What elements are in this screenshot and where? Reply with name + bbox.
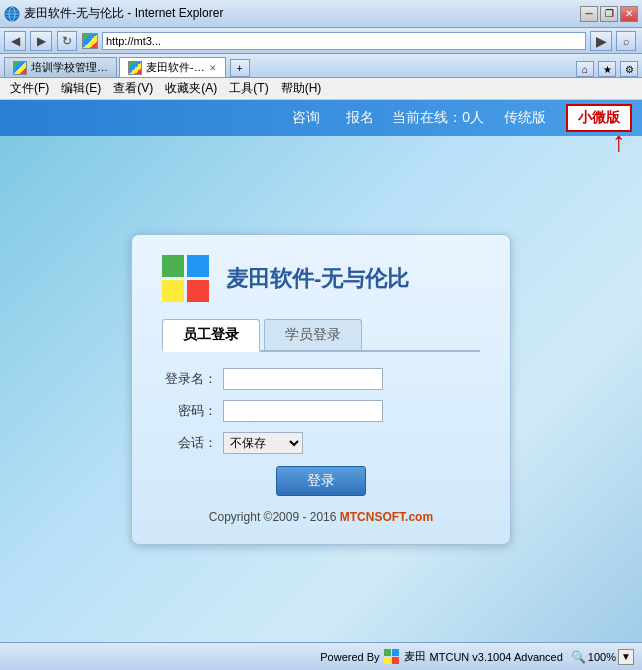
powered-by-text: Powered By: [320, 651, 379, 663]
nav-register[interactable]: 报名: [338, 105, 382, 131]
red-arrow-icon: ↑: [612, 128, 626, 156]
login-header: 麦田软件-无与伦比: [162, 255, 480, 303]
back-button[interactable]: ◀: [4, 31, 26, 51]
settings-button[interactable]: ⚙: [620, 61, 638, 77]
traditional-button[interactable]: 传统版: [494, 105, 556, 131]
close-button[interactable]: ✕: [620, 6, 638, 22]
tab-bar: 培训学校管理… 麦田软件-… ✕ + ⌂ ★ ⚙: [0, 54, 642, 78]
password-label: 密码：: [162, 402, 217, 420]
favorites-icon-area: [82, 33, 98, 49]
zoom-icon: 🔍: [571, 650, 586, 664]
login-box: 麦田软件-无与伦比 员工登录 学员登录 登录名： 密码： 会话： 不保存 保存 …: [131, 234, 511, 545]
logo-blue: [187, 255, 209, 277]
browser-icon: [4, 6, 20, 22]
session-label: 会话：: [162, 434, 217, 452]
menu-help[interactable]: 帮助(H): [275, 78, 328, 100]
copyright-text: Copyright ©2009 - 2016: [209, 510, 340, 524]
minimize-button[interactable]: ─: [580, 6, 598, 22]
session-select[interactable]: 不保存 保存 记住: [223, 432, 303, 454]
favorites-button[interactable]: ★: [598, 61, 616, 77]
forward-button[interactable]: ▶: [30, 31, 52, 51]
logo-red: [187, 280, 209, 302]
menu-bar: 文件(F) 编辑(E) 查看(V) 收藏夹(A) 工具(T) 帮助(H): [0, 78, 642, 100]
menu-view[interactable]: 查看(V): [107, 78, 159, 100]
zoom-level: 100%: [588, 651, 616, 663]
brand-text: MTCNSOFT.com: [340, 510, 433, 524]
title-bar: 麦田软件-无与伦比 - Internet Explorer ─ ❐ ✕: [0, 0, 642, 28]
tab2-close-button[interactable]: ✕: [209, 63, 217, 73]
restore-button[interactable]: ❐: [600, 6, 618, 22]
search-button[interactable]: ⌕: [616, 31, 636, 51]
url-input[interactable]: [102, 32, 586, 50]
home-button[interactable]: ⌂: [576, 61, 594, 77]
bottom-bar: Powered By 麦田 MTCUN v3.1004 Advanced 🔍 1…: [0, 642, 642, 670]
logo-green: [162, 255, 184, 277]
menu-tools[interactable]: 工具(T): [223, 78, 274, 100]
nav-consult[interactable]: 咨询: [284, 105, 328, 131]
session-row: 会话： 不保存 保存 记住: [162, 432, 480, 454]
password-input[interactable]: [223, 400, 383, 422]
logo-icon: [162, 255, 210, 303]
username-input[interactable]: [223, 368, 383, 390]
zoom-control: 🔍 100% ▼: [571, 649, 634, 665]
powered-by: Powered By 麦田 MTCUN v3.1004 Advanced: [320, 649, 563, 665]
tab1-label: 培训学校管理…: [31, 60, 108, 75]
tab-action-buttons: ⌂ ★ ⚙: [576, 61, 638, 77]
tab-employee-login[interactable]: 员工登录: [162, 319, 260, 352]
brand-name: 麦田: [404, 649, 426, 664]
logo-title: 麦田软件-无与伦比: [226, 264, 409, 294]
version-text: MTCUN v3.1004 Advanced: [430, 651, 563, 663]
logo-yellow: [162, 280, 184, 302]
menu-file[interactable]: 文件(F): [4, 78, 55, 100]
username-row: 登录名：: [162, 368, 480, 390]
go-button[interactable]: ▶: [590, 31, 612, 51]
login-tabs: 员工登录 学员登录: [162, 319, 480, 352]
new-tab-button[interactable]: +: [230, 59, 250, 77]
site-nav: 咨询 报名 当前在线：0人 传统版 小微版: [0, 100, 642, 136]
menu-favorites[interactable]: 收藏夹(A): [159, 78, 223, 100]
mini-logo-icon: [384, 649, 400, 665]
refresh-button[interactable]: ↻: [57, 31, 77, 51]
copyright: Copyright ©2009 - 2016 MTCNSOFT.com: [162, 510, 480, 524]
tab-student-login[interactable]: 学员登录: [264, 319, 362, 350]
tab1-icon: [13, 61, 27, 75]
favorites-logo-icon: [82, 33, 98, 49]
tab2-icon: [128, 61, 142, 75]
tab2-label: 麦田软件-…: [146, 60, 205, 75]
browser-tab-2[interactable]: 麦田软件-… ✕: [119, 57, 226, 77]
username-label: 登录名：: [162, 370, 217, 388]
search-area: ⌕: [616, 31, 638, 51]
menu-edit[interactable]: 编辑(E): [55, 78, 107, 100]
address-bar: ◀ ▶ ↻ ▶ ⌕: [0, 28, 642, 54]
main-content: 麦田软件-无与伦比 员工登录 学员登录 登录名： 密码： 会话： 不保存 保存 …: [0, 136, 642, 642]
password-row: 密码：: [162, 400, 480, 422]
refresh-area: ↻: [56, 31, 78, 51]
online-count: 当前在线：0人: [392, 109, 484, 127]
zoom-dropdown-button[interactable]: ▼: [618, 649, 634, 665]
login-button[interactable]: 登录: [276, 466, 366, 496]
browser-tab-1[interactable]: 培训学校管理…: [4, 57, 117, 77]
window-controls: ─ ❐ ✕: [580, 6, 638, 22]
window-title: 麦田软件-无与伦比 - Internet Explorer: [24, 5, 580, 22]
